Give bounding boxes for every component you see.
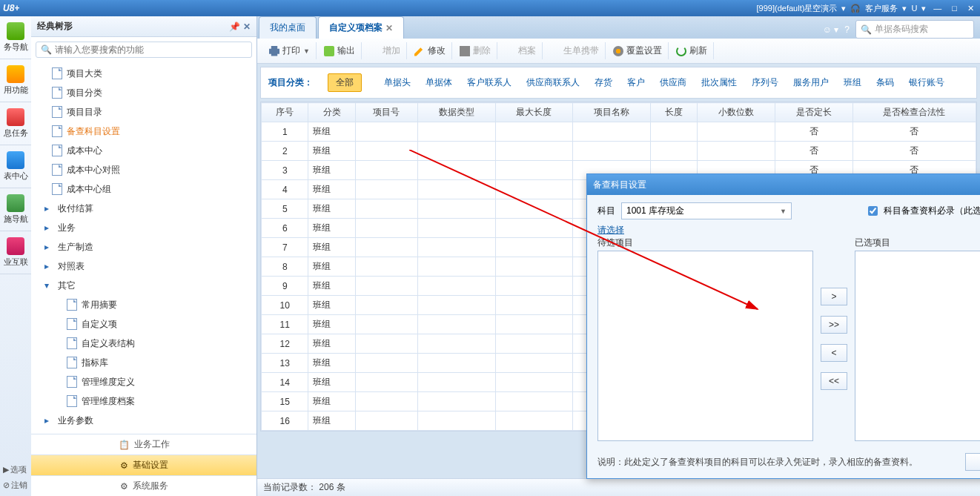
refresh-button[interactable]: 刷新 <box>670 42 714 59</box>
filter-item[interactable]: 班组 <box>836 75 869 90</box>
tree-node[interactable]: 指标库 <box>31 353 256 372</box>
pin-icon[interactable]: 📌 <box>229 22 240 32</box>
selected-list[interactable] <box>855 251 980 441</box>
footer-settings[interactable]: ⚙基础设置 <box>31 454 256 475</box>
select-link[interactable]: 请选择 <box>597 225 624 235</box>
tree-node[interactable]: 成本中心组 <box>31 179 256 199</box>
tree-node[interactable]: 项目分类 <box>31 83 256 102</box>
filter-item[interactable]: 单据体 <box>418 75 460 90</box>
column-header[interactable]: 分类 <box>308 103 355 122</box>
filter-item[interactable]: 客户联系人 <box>460 75 519 90</box>
nav-functions[interactable]: 用功能 <box>0 59 31 102</box>
print-button[interactable]: 打印▼ <box>263 42 317 59</box>
column-header[interactable]: 长度 <box>650 103 697 122</box>
subject-combo[interactable]: 1001 库存现金 ▼ <box>621 202 792 219</box>
available-list[interactable] <box>597 251 813 441</box>
tree-node[interactable]: 自定义项 <box>31 314 256 334</box>
footer-system[interactable]: ⚙系统服务 <box>31 475 256 496</box>
archive-button[interactable]: 档案 <box>499 42 543 59</box>
filter-item[interactable]: 批次属性 <box>694 75 744 90</box>
nav-home[interactable]: 务导航 <box>0 16 31 59</box>
tab-custom-item[interactable]: 自定义项档案✕ <box>318 16 404 39</box>
table-row[interactable]: 2班组否否 <box>262 142 976 161</box>
options-button[interactable]: ▶ 选项 <box>0 462 31 477</box>
nav-impl[interactable]: 施导航 <box>0 188 31 231</box>
column-header[interactable]: 项目号 <box>355 103 417 122</box>
add-button[interactable]: 增加 <box>363 42 407 59</box>
column-header[interactable]: 最大长度 <box>495 103 573 122</box>
tab-desktop[interactable]: 我的桌面 <box>259 16 317 39</box>
filter-item[interactable]: 序列号 <box>744 75 786 90</box>
nav-connect[interactable]: 业互联 <box>0 231 31 274</box>
tree-node[interactable]: ▸生产制造 <box>31 237 256 257</box>
filter-item[interactable]: 单据头 <box>377 75 418 90</box>
minimize-button[interactable]: — <box>930 2 944 14</box>
tree-node[interactable]: ▸业务 <box>31 218 256 237</box>
filter-item[interactable]: 服务用户 <box>786 75 836 90</box>
help-icon[interactable]: ? <box>844 24 850 35</box>
tree-search[interactable]: 🔍 <box>36 42 252 58</box>
column-header[interactable]: 序号 <box>262 103 308 122</box>
tree-node[interactable]: 成本中心 <box>31 141 256 160</box>
tree-node[interactable]: 备查科目设置 <box>31 122 256 141</box>
tree-node[interactable]: 成本中心对照 <box>31 160 256 179</box>
filter-item[interactable]: 条码 <box>869 75 901 90</box>
column-header[interactable]: 小数位数 <box>698 103 775 122</box>
column-header[interactable]: 是否检查合法性 <box>852 103 976 122</box>
filter-item[interactable]: 银行账号 <box>901 75 952 90</box>
tree-search-input[interactable] <box>55 44 247 55</box>
expander-icon[interactable]: ▸ <box>44 201 53 216</box>
u-menu[interactable]: U <box>911 4 917 13</box>
tree-node[interactable]: 项目目录 <box>31 102 256 122</box>
tree-node[interactable]: ▾其它 <box>31 276 256 295</box>
close-button[interactable]: ✕ <box>964 2 977 15</box>
tree-node[interactable]: 常用摘要 <box>31 295 256 314</box>
close-icon[interactable]: ✕ <box>385 23 393 33</box>
expander-icon[interactable]: ▸ <box>44 413 53 428</box>
tree-node[interactable]: ▸对照表 <box>31 257 256 276</box>
tree-node[interactable]: ▸业务参数 <box>31 411 256 430</box>
expander-icon[interactable]: ▸ <box>44 239 53 254</box>
footer-business[interactable]: 📋业务工作 <box>31 434 256 454</box>
filter-item[interactable]: 存货 <box>587 75 620 90</box>
headset-icon: 🎧 <box>850 4 861 13</box>
nav-messages[interactable]: 息任务 <box>0 102 31 145</box>
tree-node[interactable]: 项目大类 <box>31 64 256 83</box>
carry-button[interactable]: 生单携带 <box>544 42 606 59</box>
table-row[interactable]: 1班组否否 <box>262 122 976 142</box>
move-all-left-button[interactable]: << <box>821 372 847 390</box>
filter-all[interactable]: 全部 <box>328 73 362 92</box>
delete-button[interactable]: 删除 <box>454 42 497 59</box>
move-all-right-button[interactable]: >> <box>821 316 847 334</box>
expander-icon[interactable]: ▸ <box>44 259 53 274</box>
export-button[interactable]: 输出 <box>318 42 362 59</box>
tree-node[interactable]: 管理维度档案 <box>31 391 256 411</box>
filter-item[interactable]: 供应商联系人 <box>519 75 587 90</box>
expander-icon[interactable]: ▾ <box>44 278 53 293</box>
move-left-button[interactable]: < <box>821 344 847 362</box>
column-header[interactable]: 项目名称 <box>573 103 651 122</box>
global-search[interactable]: 🔍 单据条码搜索 <box>855 20 974 39</box>
file-icon <box>52 67 62 79</box>
filter-item[interactable]: 供应商 <box>652 75 694 90</box>
expander-icon[interactable]: ▸ <box>44 220 53 235</box>
filter-item[interactable]: 客户 <box>620 75 652 90</box>
required-checkbox[interactable] <box>868 206 878 216</box>
move-right-button[interactable]: > <box>821 288 847 305</box>
override-button[interactable]: 覆盖设置 <box>607 42 669 59</box>
close-panel-icon[interactable]: ✕ <box>243 22 251 32</box>
ok-button[interactable]: 确定 <box>965 453 980 471</box>
edit-button[interactable]: 修改 <box>408 42 452 59</box>
column-header[interactable]: 是否定长 <box>775 103 852 122</box>
nav-reports[interactable]: 表中心 <box>0 145 31 188</box>
customer-service[interactable]: 客户服务 <box>865 3 898 14</box>
tree-node[interactable]: 管理维度定义 <box>31 372 256 391</box>
smile-icon[interactable]: ☺ ▾ <box>823 24 839 35</box>
logout-button[interactable]: ⊘ 注销 <box>0 477 31 493</box>
account-label[interactable]: [999](default)星空演示 <box>757 3 838 14</box>
tree-node[interactable]: ▸收付结算 <box>31 199 256 218</box>
column-header[interactable]: 数据类型 <box>417 103 495 122</box>
maximize-button[interactable]: □ <box>949 2 960 14</box>
file-icon <box>67 395 77 407</box>
tree-node[interactable]: 自定义表结构 <box>31 334 256 353</box>
